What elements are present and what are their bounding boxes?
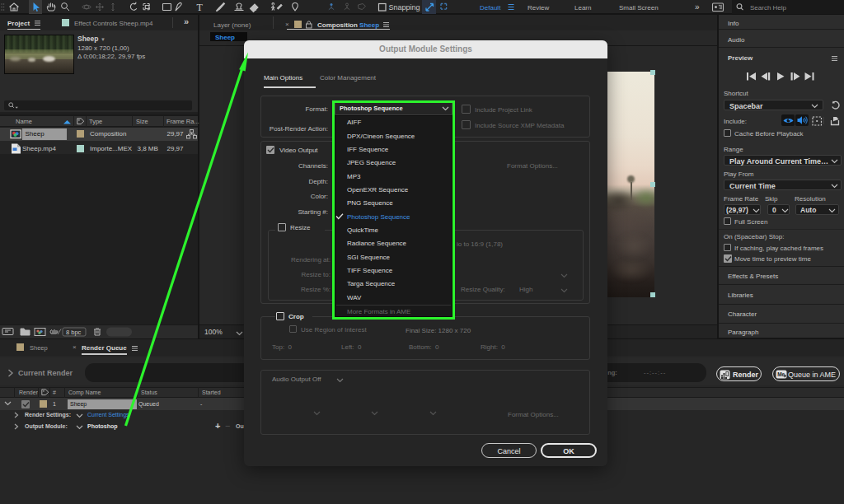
- svg-text:»: »: [695, 2, 700, 12]
- svg-text:T: T: [197, 2, 204, 13]
- svg-text:Default: Default: [480, 4, 501, 12]
- svg-text:Snapping: Snapping: [389, 3, 420, 12]
- svg-text:Small Screen: Small Screen: [619, 4, 659, 12]
- svg-text:Learn: Learn: [574, 4, 591, 12]
- svg-text:Review: Review: [528, 4, 549, 12]
- svg-text:8 bpc: 8 bpc: [66, 329, 82, 336]
- svg-text:Search Help: Search Help: [750, 4, 787, 12]
